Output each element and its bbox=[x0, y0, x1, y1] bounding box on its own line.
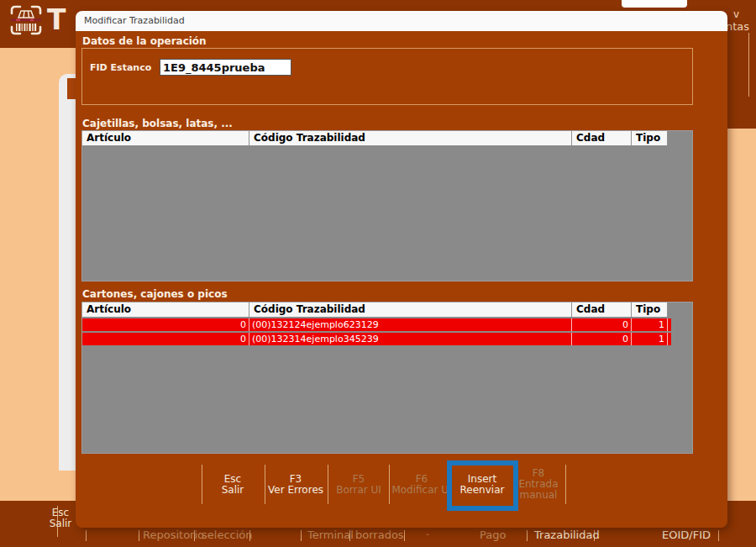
cell-tipo: 1 bbox=[632, 333, 668, 345]
background-white-button bbox=[622, 0, 687, 8]
taskbar-item-terminal[interactable]: Terminal bbox=[307, 529, 354, 541]
table-cartones: ArtículoCódigo TrazabilidadCdadTipo0(00)… bbox=[81, 302, 693, 454]
taskbar-divider bbox=[527, 530, 528, 541]
column-header-cdad: Cdad bbox=[572, 302, 632, 317]
dialog-modificar-trazabilidad: Modificar Trazabilidad Datos de la opera… bbox=[76, 11, 727, 528]
taskbar-divider bbox=[718, 530, 719, 541]
screen: T v ntas Esc Salir RepositorioselecciónT… bbox=[0, 0, 756, 547]
cell-codigo: (00)132124ejemplo623129 bbox=[249, 318, 572, 331]
column-header-c-digo-trazabilidad: Código Trazabilidad bbox=[249, 131, 572, 145]
app-title-partial: T bbox=[47, 3, 66, 36]
footer-button-label: Salir bbox=[199, 485, 266, 496]
footer-button-f8: F8Entrada manual bbox=[505, 465, 572, 504]
taskbar-item-pago[interactable]: Pago bbox=[480, 529, 506, 541]
footer-button-key: F3 bbox=[262, 474, 329, 485]
cell-cdad: 0 bbox=[572, 318, 632, 331]
footer-button-esc[interactable]: EscSalir bbox=[199, 465, 266, 504]
section-label-cartones: Cartones, cajones o picos bbox=[82, 288, 228, 300]
footer-button-f6: F6Modificar UI bbox=[388, 465, 455, 504]
footer-button-f3[interactable]: F3Ver Errores bbox=[262, 465, 329, 504]
column-header-art-culo: Artículo bbox=[82, 131, 249, 145]
column-header-tipo: Tipo bbox=[632, 131, 668, 145]
table-cajetillas: ArtículoCódigo TrazabilidadCdadTipo bbox=[81, 130, 693, 281]
taskbar-item-eoid-fid[interactable]: EOID/FID bbox=[662, 529, 711, 541]
column-header-tipo: Tipo bbox=[632, 302, 668, 317]
footer-button-label: Borrar UI bbox=[325, 485, 392, 496]
taskbar-item-repositorio[interactable]: Repositorio bbox=[143, 529, 204, 541]
taskbar-item-trazabilidad[interactable]: Trazabilidad bbox=[534, 529, 600, 541]
taskbar-item-selecci-n[interactable]: selección bbox=[202, 529, 252, 541]
cell-articulo: 0 bbox=[82, 318, 249, 331]
taskbar-divider bbox=[139, 530, 139, 541]
section-label-cajetillas: Cajetillas, bolsas, latas, ... bbox=[82, 118, 233, 129]
table-row[interactable]: 0(00)132124ejemplo62312901 bbox=[82, 318, 671, 331]
ventas-menu-button[interactable]: v ntas bbox=[727, 0, 756, 129]
taskbar-divider bbox=[404, 530, 405, 541]
dialog-body: Datos de la operación FID Estanco Cajeti… bbox=[76, 31, 727, 528]
footer-button-key: F6 bbox=[388, 474, 455, 485]
section-label-datos: Datos de la operación bbox=[82, 35, 207, 47]
cell-codigo: (00)132314ejemplo345239 bbox=[249, 333, 572, 345]
datos-groupbox bbox=[81, 48, 693, 105]
column-header-c-digo-trazabilidad: Código Trazabilidad bbox=[249, 302, 572, 317]
taskbar-item-borrados[interactable]: borrados bbox=[355, 529, 404, 541]
taskbar-divider bbox=[86, 530, 87, 541]
column-header-art-culo: Artículo bbox=[82, 302, 249, 317]
fid-estanco-input[interactable] bbox=[160, 59, 291, 76]
footer-button-key: Esc bbox=[199, 474, 266, 485]
right-menu-divider bbox=[748, 33, 749, 97]
dialog-title: Modificar Trazabilidad bbox=[76, 11, 727, 31]
table-row[interactable]: 0(00)132314ejemplo34523901 bbox=[82, 333, 671, 345]
cell-tipo: 1 bbox=[632, 318, 668, 331]
taskbar-divider bbox=[301, 530, 302, 541]
column-header-cdad: Cdad bbox=[572, 131, 632, 145]
ventas-label-top: v bbox=[733, 8, 739, 20]
footer-button-key: F5 bbox=[325, 474, 392, 485]
cell-articulo: 0 bbox=[82, 333, 249, 345]
footer-button-label: Ver Errores bbox=[262, 485, 329, 496]
ventas-label-bottom: ntas bbox=[726, 20, 749, 33]
barcode-scanner-logo-icon bbox=[8, 3, 44, 37]
cell-cdad: 0 bbox=[572, 333, 632, 345]
footer-button-f5: F5Borrar UI bbox=[325, 465, 392, 504]
footer-button-label: Entrada manual bbox=[505, 479, 572, 501]
footer-button-label: Modificar UI bbox=[388, 485, 455, 496]
taskbar-item--[interactable]: · bbox=[426, 529, 429, 541]
fid-estanco-label: FID Estanco bbox=[90, 62, 151, 73]
